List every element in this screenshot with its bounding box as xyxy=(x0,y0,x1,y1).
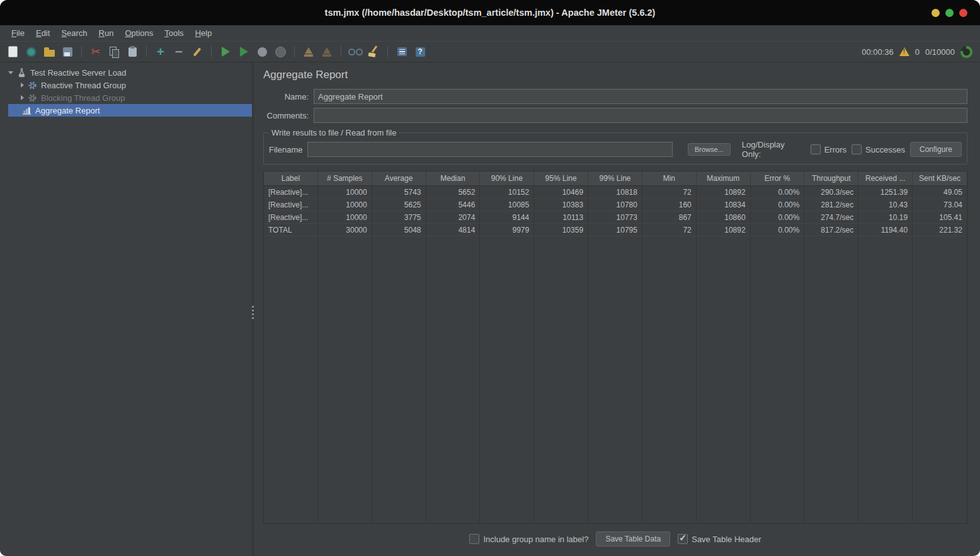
menu-help[interactable]: Help xyxy=(190,27,218,39)
errors-checkbox[interactable] xyxy=(811,144,821,154)
table-cell: 9144 xyxy=(480,211,534,224)
tree-item-test-plan[interactable]: Test Reactive Server Load xyxy=(0,66,252,79)
toolbar-status: 00:00:36 0 0/10000 xyxy=(862,46,972,58)
include-group-name-label: Include group name in label? xyxy=(483,535,588,544)
table-cell: 867 xyxy=(642,211,697,224)
column-header-95-line[interactable]: 95% Line xyxy=(534,171,588,186)
write-results-legend: Write results to file / Read from file xyxy=(269,128,399,137)
maximize-button[interactable] xyxy=(945,9,954,17)
toolbar-separator xyxy=(81,46,82,57)
menu-edit[interactable]: Edit xyxy=(30,27,55,39)
table-cell: 10113 xyxy=(534,211,588,224)
column-header-error[interactable]: Error % xyxy=(751,171,805,186)
toolbar: 00:00:36 0 0/10000 xyxy=(0,42,980,62)
toolbar-separator xyxy=(294,46,295,57)
menu-tools[interactable]: Tools xyxy=(159,27,189,39)
cut-icon[interactable] xyxy=(88,44,103,59)
column-header-label[interactable]: Label xyxy=(264,171,318,186)
chevron-right-icon[interactable] xyxy=(21,83,24,88)
table-cell: 0.00% xyxy=(751,186,805,199)
table-filler-cell xyxy=(751,236,805,523)
stop-icon[interactable] xyxy=(254,44,270,59)
test-running-indicator-icon[interactable] xyxy=(960,46,972,58)
column-header-samples[interactable]: # Samples xyxy=(318,171,372,186)
thread-count: 0/10000 xyxy=(925,47,955,57)
remove-icon[interactable] xyxy=(171,44,186,59)
shutdown-icon[interactable] xyxy=(273,44,288,59)
toolbar-separator xyxy=(146,46,147,57)
start-no-pauses-icon[interactable] xyxy=(236,44,251,59)
column-header-90-line[interactable]: 90% Line xyxy=(480,171,534,186)
table-cell: 10892 xyxy=(697,224,751,236)
thread-group-icon xyxy=(28,81,37,90)
paste-icon[interactable] xyxy=(125,44,140,59)
minimize-button[interactable] xyxy=(932,9,940,17)
menu-options[interactable]: Options xyxy=(119,27,159,39)
table-cell: 4814 xyxy=(426,224,481,236)
remote-stop-icon[interactable] xyxy=(319,44,334,59)
function-helper-icon[interactable] xyxy=(394,44,409,59)
warning-icon[interactable] xyxy=(899,47,909,56)
edit-icon[interactable] xyxy=(190,44,205,59)
save-table-header-label: Save Table Header xyxy=(692,535,761,544)
search-icon[interactable] xyxy=(348,44,363,59)
table-cell: TOTAL xyxy=(264,224,318,236)
table-cell: [Reactive]... xyxy=(264,186,318,199)
save-table-data-button[interactable]: Save Table Data xyxy=(596,531,670,547)
table-cell: [Reactive]... xyxy=(264,199,318,211)
column-header-received[interactable]: Received ... xyxy=(858,171,913,186)
copy-icon[interactable] xyxy=(106,44,122,59)
configure-button[interactable]: Configure xyxy=(910,142,962,157)
tree-item-label: Aggregate Report xyxy=(35,106,100,115)
column-header-median[interactable]: Median xyxy=(426,171,481,186)
column-header-average[interactable]: Average xyxy=(372,171,426,186)
close-button[interactable] xyxy=(959,9,967,17)
toolbar-separator xyxy=(341,46,341,57)
include-group-checkbox-wrap: Include group name in label? xyxy=(469,534,588,544)
table-filler-cell xyxy=(588,236,642,523)
chevron-right-icon[interactable] xyxy=(21,95,24,100)
save-table-header-checkbox[interactable] xyxy=(678,534,688,544)
tree-item-aggregate-report[interactable]: Aggregate Report xyxy=(8,104,252,117)
toolbar-icon-groups xyxy=(5,44,428,59)
menu-search[interactable]: Search xyxy=(55,27,93,39)
menu-file[interactable]: File xyxy=(6,27,30,39)
tree-item-reactive-thread-group[interactable]: Reactive Thread Group xyxy=(0,79,252,91)
new-icon[interactable] xyxy=(5,44,20,59)
name-input[interactable] xyxy=(314,89,967,104)
column-header-sent-kb-sec[interactable]: Sent KB/sec xyxy=(913,171,967,186)
clear-icon[interactable] xyxy=(366,44,381,59)
tree-item-label: Reactive Thread Group xyxy=(41,81,126,90)
add-icon[interactable] xyxy=(153,44,168,59)
column-header-throughput[interactable]: Throughput xyxy=(804,171,858,186)
browse-button[interactable]: Browse... xyxy=(688,143,731,156)
titlebar[interactable]: tsm.jmx (/home/hasdar/Desktop/tsm_articl… xyxy=(0,0,980,25)
chevron-down-icon[interactable] xyxy=(8,71,13,74)
filename-input[interactable] xyxy=(307,142,672,157)
panel-splitter[interactable] xyxy=(252,62,254,556)
table-cell: 105.41 xyxy=(913,211,967,224)
open-icon[interactable] xyxy=(42,44,57,59)
table-cell: 72 xyxy=(642,224,697,236)
remote-start-icon[interactable] xyxy=(301,44,316,59)
successes-checkbox[interactable] xyxy=(852,144,862,154)
column-header-min[interactable]: Min xyxy=(642,171,697,186)
start-icon[interactable] xyxy=(218,44,233,59)
save-icon[interactable] xyxy=(60,44,75,59)
template-icon[interactable] xyxy=(23,44,38,59)
table-cell: 10085 xyxy=(480,199,534,211)
include-group-name-checkbox[interactable] xyxy=(469,534,479,544)
menu-run[interactable]: Run xyxy=(93,27,120,39)
aggregate-report-icon xyxy=(22,106,31,115)
help-icon[interactable] xyxy=(413,44,428,59)
log-display-only-label: Log/Display Only: xyxy=(742,140,806,159)
aggregate-table: Label# SamplesAverageMedian90% Line95% L… xyxy=(263,171,967,524)
column-header-maximum[interactable]: Maximum xyxy=(697,171,751,186)
table-cell: 10818 xyxy=(588,186,642,199)
table-cell: 10469 xyxy=(534,186,588,199)
comments-input[interactable] xyxy=(314,108,967,123)
column-header-99-line[interactable]: 99% Line xyxy=(588,171,642,186)
table-cell: 10773 xyxy=(588,211,642,224)
save-table-header-checkbox-wrap: Save Table Header xyxy=(678,534,761,544)
tree-item-blocking-thread-group[interactable]: Blocking Thread Group xyxy=(0,91,252,104)
